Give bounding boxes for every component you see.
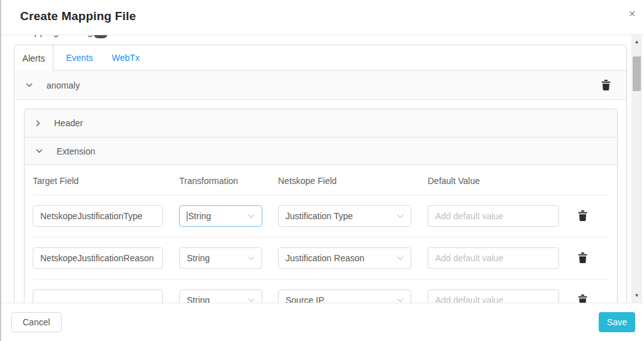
default-value-input[interactable] — [428, 205, 559, 227]
alert-type-label: anomaly — [47, 80, 80, 90]
netskope-field-value: Justification Type — [286, 211, 397, 221]
trash-icon — [578, 252, 587, 263]
trash-icon — [601, 80, 611, 90]
table-header-row: Target Field Transformation Netskope Fie… — [25, 165, 617, 195]
section-header-label: Header — [54, 118, 83, 128]
netskope-field-value: Source IP — [286, 295, 397, 303]
delete-anomaly-button[interactable] — [600, 80, 611, 91]
chevron-right-icon — [36, 120, 40, 127]
dialog-body: Mapping Settings Alerts Events WebTx ano… — [1, 35, 644, 303]
chevron-down-icon — [26, 83, 33, 87]
cancel-button[interactable]: Cancel — [11, 312, 62, 332]
table-row: String Justification Type — [25, 195, 617, 237]
target-field-input[interactable] — [33, 205, 163, 227]
mapping-card: Alerts Events WebTx anomaly — [14, 45, 627, 303]
chevron-down-icon — [397, 298, 404, 303]
tab-bar: Alerts Events WebTx — [14, 45, 626, 71]
default-value-input[interactable] — [428, 247, 559, 269]
transformation-select[interactable]: String — [179, 290, 262, 303]
delete-row-button[interactable] — [577, 295, 588, 303]
default-value-input[interactable] — [428, 290, 559, 303]
vertical-scrollbar[interactable]: ▲ ▼ — [631, 35, 642, 303]
netskope-field-value: Justification Reason — [286, 253, 397, 263]
delete-row-button[interactable] — [577, 252, 588, 264]
clipped-section-heading: Mapping Settings — [20, 35, 98, 39]
netskope-field-select[interactable]: Justification Reason — [278, 247, 411, 269]
alert-type-collapse-anomaly[interactable]: anomaly — [14, 71, 626, 100]
toggle-switch-clipped[interactable] — [94, 35, 108, 38]
delete-row-button[interactable] — [577, 210, 588, 222]
column-header-target-field: Target Field — [33, 176, 79, 186]
column-header-transformation: Transformation — [179, 176, 238, 186]
create-mapping-dialog: Create Mapping File ✕ Mapping Settings A… — [0, 0, 644, 341]
chevron-down-icon — [248, 256, 255, 261]
transformation-select[interactable]: String — [179, 205, 262, 227]
transformation-value: String — [187, 253, 248, 263]
tab-alerts[interactable]: Alerts — [14, 45, 53, 71]
close-icon[interactable]: ✕ — [628, 9, 636, 18]
transformation-value: String — [187, 295, 248, 303]
transformation-value: String — [188, 211, 248, 221]
dialog-title: Create Mapping File — [20, 9, 136, 23]
tab-events[interactable]: Events — [57, 45, 103, 70]
dialog-header: Create Mapping File ✕ — [1, 0, 644, 35]
section-extension-label: Extension — [57, 146, 95, 156]
chevron-down-icon — [36, 149, 43, 153]
target-field-input[interactable] — [33, 290, 163, 303]
chevron-down-icon — [397, 214, 404, 219]
scroll-up-icon[interactable]: ▲ — [631, 39, 642, 45]
tab-webtx[interactable]: WebTx — [103, 45, 149, 70]
spacer — [14, 100, 626, 109]
column-header-default-value: Default Value — [428, 176, 480, 186]
save-button[interactable]: Save — [599, 312, 635, 332]
sections-panel: Header Extension Target Field Transforma… — [24, 109, 618, 303]
table-row: String Source IP — [25, 279, 617, 303]
scroll-down-icon[interactable]: ▼ — [631, 293, 642, 299]
chevron-down-icon — [248, 298, 255, 303]
table-row: String Justification Reason — [25, 237, 617, 279]
transformation-select[interactable]: String — [179, 247, 262, 269]
chevron-down-icon — [397, 256, 404, 261]
section-header-collapsed[interactable]: Header — [25, 109, 617, 138]
target-field-input[interactable] — [33, 247, 163, 269]
trash-icon — [578, 295, 587, 303]
trash-icon — [578, 210, 587, 221]
section-extension-expanded[interactable]: Extension — [25, 138, 617, 165]
netskope-field-select[interactable]: Source IP — [278, 290, 411, 303]
scrollbar-thumb[interactable] — [633, 57, 641, 91]
text-cursor — [187, 212, 187, 221]
netskope-field-select[interactable]: Justification Type — [278, 205, 411, 227]
dialog-footer: Cancel Save — [1, 303, 644, 341]
column-header-netskope-field: Netskope Field — [278, 176, 336, 186]
chevron-down-icon — [248, 214, 255, 219]
